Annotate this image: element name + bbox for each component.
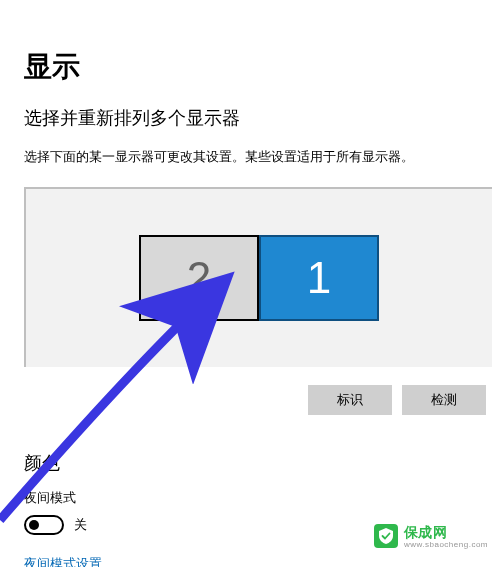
watermark: 保成网 www.sbaocheng.com (374, 523, 488, 549)
monitor-arrangement-area[interactable]: 2 1 (24, 187, 492, 367)
color-section-title: 颜色 (0, 415, 500, 475)
display-action-row: 标识 检测 (0, 385, 500, 415)
detect-button[interactable]: 检测 (402, 385, 486, 415)
watermark-domain: www.sbaocheng.com (404, 540, 488, 549)
identify-button[interactable]: 标识 (308, 385, 392, 415)
watermark-brand: 保成网 (404, 524, 448, 540)
night-light-label: 夜间模式 (0, 475, 500, 507)
toggle-knob (29, 520, 39, 530)
night-light-toggle-state: 关 (74, 516, 87, 534)
page-title: 显示 (0, 0, 500, 86)
monitor-tile-1[interactable]: 1 (259, 235, 379, 321)
rearrange-description: 选择下面的某一显示器可更改其设置。某些设置适用于所有显示器。 (0, 130, 500, 167)
night-light-toggle[interactable] (24, 515, 64, 535)
monitor-tile-2[interactable]: 2 (139, 235, 259, 321)
rearrange-subtitle: 选择并重新排列多个显示器 (0, 86, 500, 130)
watermark-shield-icon (374, 524, 398, 548)
